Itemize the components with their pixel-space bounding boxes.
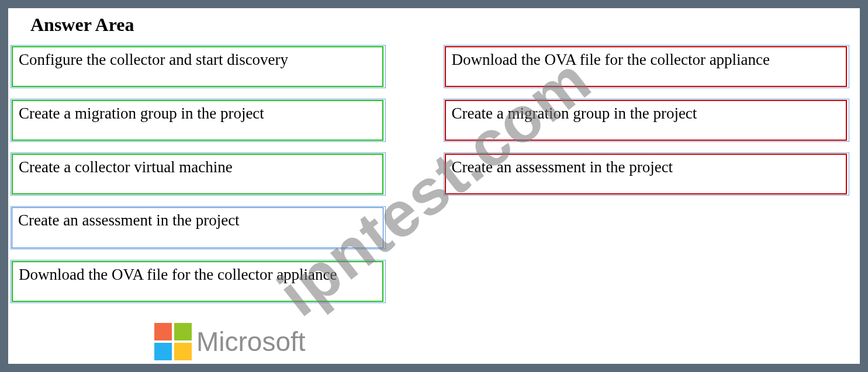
answer-label: Download the OVA file for the collector … (445, 46, 847, 87)
option-label: Create an assessment in the project (12, 207, 383, 248)
option-label: Create a migration group in the project (12, 100, 383, 141)
answer-slot[interactable]: Download the OVA file for the collector … (445, 46, 847, 87)
option-label: Download the OVA file for the collector … (12, 261, 383, 302)
microsoft-logo-text: Microsoft (196, 326, 306, 357)
answer-slot[interactable]: Create a migration group in the project (445, 100, 847, 141)
right-column: Download the OVA file for the collector … (445, 46, 856, 302)
option-label: Configure the collector and start discov… (12, 46, 383, 87)
option-item[interactable]: Create a migration group in the project (12, 100, 383, 141)
columns-container: Configure the collector and start discov… (8, 46, 860, 302)
option-item[interactable]: Download the OVA file for the collector … (12, 261, 383, 302)
microsoft-logo: Microsoft (154, 323, 306, 360)
option-item[interactable]: Create an assessment in the project (12, 207, 383, 248)
option-item[interactable]: Create a collector virtual machine (12, 154, 383, 194)
left-column: Configure the collector and start discov… (12, 46, 423, 302)
answer-area-frame: Answer Area Configure the collector and … (0, 0, 868, 372)
answer-label: Create an assessment in the project (445, 154, 847, 194)
answer-label: Create a migration group in the project (445, 100, 847, 141)
microsoft-logo-icon (154, 323, 192, 360)
option-item[interactable]: Configure the collector and start discov… (12, 46, 383, 87)
option-label: Create a collector virtual machine (12, 154, 383, 194)
page-title: Answer Area (30, 14, 860, 36)
answer-slot[interactable]: Create an assessment in the project (445, 154, 847, 194)
